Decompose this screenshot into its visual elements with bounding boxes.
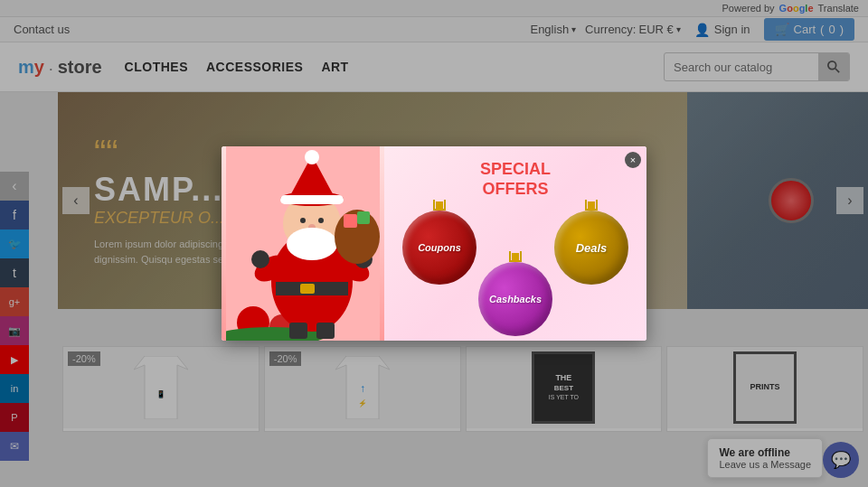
svg-rect-14 bbox=[300, 284, 315, 294]
svg-point-18 bbox=[305, 150, 319, 164]
deals-ornament[interactable]: Deals bbox=[554, 211, 628, 285]
ornaments-container: Coupons Deals Cashbacks bbox=[393, 203, 637, 330]
popup-offers-section: SPECIAL OFFERS Coupons Deals bbox=[384, 146, 646, 341]
santa-svg bbox=[226, 146, 380, 341]
svg-point-21 bbox=[318, 218, 324, 223]
svg-rect-31 bbox=[344, 214, 357, 228]
svg-rect-33 bbox=[289, 323, 307, 339]
popup-santa-section bbox=[222, 146, 384, 341]
svg-point-20 bbox=[300, 218, 306, 223]
special-offers-popup: × bbox=[222, 146, 646, 341]
popup-close-button[interactable]: × bbox=[625, 152, 641, 168]
cashbacks-ornament[interactable]: Cashbacks bbox=[478, 262, 552, 336]
special-offers-title: SPECIAL OFFERS bbox=[393, 160, 637, 199]
svg-rect-32 bbox=[357, 211, 370, 224]
svg-point-29 bbox=[251, 250, 269, 268]
svg-point-25 bbox=[309, 230, 327, 239]
svg-rect-19 bbox=[280, 195, 344, 204]
svg-rect-34 bbox=[316, 323, 335, 339]
popup-overlay[interactable]: × bbox=[0, 0, 868, 487]
coupons-ornament[interactable]: Coupons bbox=[402, 211, 476, 285]
